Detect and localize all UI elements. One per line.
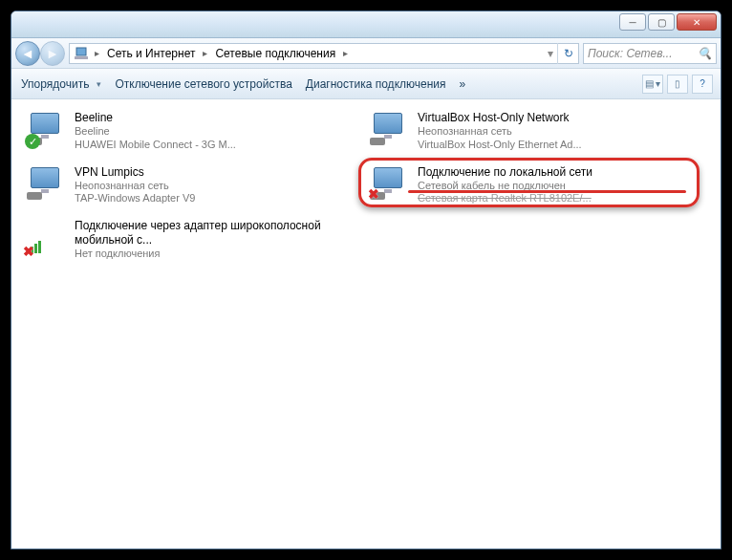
connection-status: Нет подключения: [75, 248, 364, 261]
more-commands-button[interactable]: »: [460, 77, 466, 91]
connection-device: Сетевая карта Realtek RTL8102E/...: [418, 192, 707, 205]
breadcrumb-sep-icon: ▸: [341, 48, 350, 58]
breadcrumb-sep-icon: ▸: [201, 48, 209, 58]
preview-pane-button[interactable]: ▯: [667, 75, 688, 94]
network-adapter-icon: [368, 111, 410, 149]
network-adapter-icon: [25, 165, 67, 204]
check-badge-icon: ✓: [25, 134, 40, 149]
network-adapter-icon: ✓: [25, 111, 67, 149]
connections-list: ✓ Beeline Beeline HUAWEI Mobile Connect …: [11, 99, 721, 278]
connection-device: HUAWEI Mobile Connect - 3G M...: [75, 139, 364, 152]
error-x-icon: ✖: [23, 244, 34, 259]
connection-name: VPN Lumpics: [75, 165, 364, 180]
address-dropdown-icon[interactable]: ▾: [544, 47, 557, 60]
connection-status: Неопознанная сеть: [75, 180, 364, 193]
address-bar[interactable]: ▸ Сеть и Интернет ▸ Сетевые подключения …: [69, 43, 579, 64]
forward-button[interactable]: ►: [40, 41, 65, 66]
breadcrumb-current[interactable]: Сетевые подключения: [209, 47, 341, 60]
minimize-button[interactable]: ─: [619, 13, 646, 31]
disable-device-button[interactable]: Отключение сетевого устройства: [115, 77, 291, 91]
connection-status: Сетевой кабель не подключен: [418, 180, 707, 193]
network-location-icon: [74, 46, 89, 61]
connection-status: Неопознанная сеть: [418, 125, 707, 139]
svg-rect-0: [76, 48, 86, 55]
connection-item-vpn[interactable]: VPN Lumpics Неопознанная сеть TAP-Window…: [23, 162, 366, 210]
close-button[interactable]: ✕: [677, 13, 717, 31]
help-button[interactable]: ?: [692, 75, 713, 94]
connection-status: Beeline: [75, 125, 364, 139]
titlebar[interactable]: ─ ▢ ✕: [11, 11, 721, 38]
view-options-button[interactable]: ▤ ▾: [642, 75, 663, 94]
command-bar: Упорядочить Отключение сетевого устройст…: [11, 69, 721, 99]
connection-device: TAP-Windows Adapter V9: [75, 192, 364, 205]
search-placeholder: Поиск: Сетев...: [588, 47, 673, 60]
error-x-icon: ✖: [368, 186, 379, 202]
svg-rect-1: [75, 56, 88, 59]
connection-item-lan[interactable]: ✖ Подключение по локальной сети Сетевой …: [366, 162, 709, 210]
connection-name: Beeline: [75, 111, 364, 125]
organize-menu[interactable]: Упорядочить: [21, 77, 101, 91]
connection-name: Подключение через адаптер широкополосной…: [75, 219, 364, 248]
connection-item-beeline[interactable]: ✓ Beeline Beeline HUAWEI Mobile Connect …: [23, 107, 366, 156]
connection-name: VirtualBox Host-Only Network: [418, 111, 707, 125]
connection-item-mobile-broadband[interactable]: ✖ Подключение через адаптер широкополосн…: [23, 215, 366, 265]
network-adapter-icon: ✖: [368, 165, 410, 204]
maximize-button[interactable]: ▢: [648, 13, 675, 31]
network-adapter-icon: ✖: [25, 219, 67, 257]
refresh-button[interactable]: ↻: [557, 43, 578, 64]
connection-device: VirtualBox Host-Only Ethernet Ad...: [418, 139, 707, 152]
nav-bar: ◄ ► ▸ Сеть и Интернет ▸ Сетевые подключе…: [11, 38, 721, 69]
back-button[interactable]: ◄: [15, 41, 40, 66]
breadcrumb-sep-icon: ▸: [93, 48, 101, 58]
connection-name: Подключение по локальной сети: [418, 165, 707, 180]
search-input[interactable]: Поиск: Сетев... 🔍: [583, 43, 717, 64]
explorer-window: ─ ▢ ✕ ◄ ► ▸ Сеть и Интернет ▸ Сетевые по…: [11, 11, 721, 549]
breadcrumb-root[interactable]: Сеть и Интернет: [101, 47, 201, 60]
diagnose-button[interactable]: Диагностика подключения: [306, 77, 446, 91]
search-icon: 🔍: [698, 47, 712, 60]
connection-item-virtualbox[interactable]: VirtualBox Host-Only Network Неопознанна…: [366, 107, 709, 156]
